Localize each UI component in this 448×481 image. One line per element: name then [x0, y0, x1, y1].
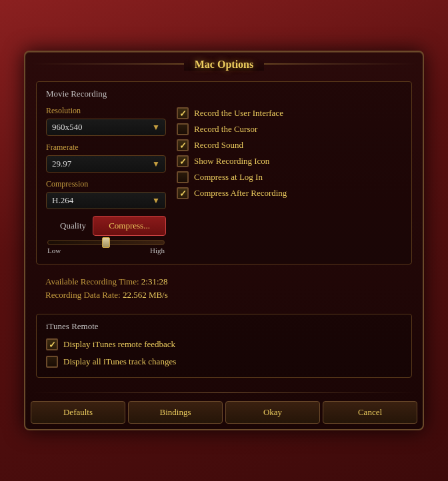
dialog: Mac Options Movie Recording Resolution 9…	[24, 51, 424, 430]
movie-recording-section: Movie Recording Resolution 960x540 ▼ Fra…	[36, 81, 412, 264]
compression-arrow-icon: ▼	[152, 196, 160, 206]
stats-section: Available Recording Time: 2:31:28 Record…	[36, 271, 412, 308]
itunes-remote-section: iTunes Remote Display iTunes remote feed…	[36, 314, 412, 378]
framerate-arrow-icon: ▼	[152, 159, 160, 169]
quality-slider-thumb[interactable]	[102, 237, 110, 248]
available-time-label: Available Recording Time:	[45, 276, 139, 286]
data-rate-row: Recording Data Rate: 22.562 MB/s	[45, 290, 403, 300]
checkbox-show-icon[interactable]	[177, 155, 189, 167]
compress-button[interactable]: Compress...	[93, 216, 166, 236]
main-columns: Resolution 960x540 ▼ Framerate 29.97 ▼	[46, 106, 402, 254]
checkbox-row-record-cursor: Record the Cursor	[177, 123, 402, 135]
quality-slider-track[interactable]	[47, 240, 165, 245]
left-col: Resolution 960x540 ▼ Framerate 29.97 ▼	[46, 106, 166, 254]
checkbox-label-show-icon: Show Recording Icon	[194, 156, 269, 167]
defaults-button[interactable]: Defaults	[31, 401, 125, 424]
checkbox-compress-login[interactable]	[177, 171, 189, 183]
quality-row: Quality Compress...	[46, 216, 166, 236]
resolution-dropdown[interactable]: 960x540 ▼	[46, 119, 166, 136]
framerate-label: Framerate	[46, 143, 166, 153]
checkbox-itunes-track[interactable]	[46, 356, 58, 368]
title-bar: Mac Options	[25, 52, 423, 76]
checkbox-row-show-icon: Show Recording Icon	[177, 155, 402, 167]
checkbox-label-record-sound: Record Sound	[194, 140, 243, 151]
resolution-arrow-icon: ▼	[152, 123, 160, 133]
right-col: Record the User Interface Record the Cur…	[177, 106, 402, 254]
cancel-button[interactable]: Cancel	[323, 401, 417, 424]
checkbox-record-cursor[interactable]	[177, 123, 189, 135]
checkbox-label-compress-after: Compress After Recording	[194, 188, 287, 199]
slider-low-label: Low	[47, 246, 61, 254]
dialog-title: Mac Options	[184, 59, 264, 71]
slider-high-label: High	[150, 246, 165, 254]
available-time-row: Available Recording Time: 2:31:28	[45, 276, 403, 287]
checkbox-label-itunes-feedback: Display iTunes remote feedback	[63, 339, 175, 350]
checkbox-record-ui[interactable]	[177, 107, 189, 119]
checkbox-row-record-sound: Record Sound	[177, 139, 402, 151]
dialog-content: Movie Recording Resolution 960x540 ▼ Fra…	[25, 76, 423, 392]
quality-label: Quality	[46, 221, 86, 231]
checkbox-compress-after[interactable]	[177, 187, 189, 199]
framerate-value: 29.97	[52, 159, 71, 169]
framerate-dropdown[interactable]: 29.97 ▼	[46, 155, 166, 173]
checkbox-label-itunes-track: Display all iTunes track changes	[63, 356, 176, 367]
quality-section: Quality Compress... Low High	[46, 216, 166, 254]
checkbox-record-sound[interactable]	[177, 139, 189, 151]
resolution-group: Resolution 960x540 ▼	[46, 106, 166, 136]
framerate-group: Framerate 29.97 ▼	[46, 143, 166, 173]
checkbox-label-record-cursor: Record the Cursor	[194, 124, 257, 135]
checkbox-row-compress-login: Compress at Log In	[177, 171, 402, 183]
quality-slider-container: Low High	[46, 240, 166, 254]
checkbox-label-compress-login: Compress at Log In	[194, 172, 263, 183]
resolution-label: Resolution	[46, 106, 166, 116]
button-row: Defaults Bindings Okay Cancel	[25, 398, 423, 429]
compression-label: Compression	[46, 179, 166, 189]
available-time-value: 2:31:28	[141, 276, 168, 286]
compression-group: Compression H.264 ▼	[46, 179, 166, 209]
checkbox-row-itunes-track: Display all iTunes track changes	[46, 356, 402, 368]
checkbox-row-itunes-feedback: Display iTunes remote feedback	[46, 338, 402, 350]
checkbox-label-record-ui: Record the User Interface	[194, 108, 283, 119]
compression-dropdown[interactable]: H.264 ▼	[46, 192, 166, 209]
checkbox-itunes-feedback[interactable]	[46, 338, 58, 350]
itunes-remote-label: iTunes Remote	[46, 321, 402, 332]
data-rate-value: 22.562 MB/s	[123, 290, 168, 300]
data-rate-label: Recording Data Rate:	[45, 290, 121, 300]
compression-value: H.264	[52, 195, 73, 206]
divider	[31, 392, 417, 393]
bindings-button[interactable]: Bindings	[128, 401, 223, 424]
checkbox-row-compress-after: Compress After Recording	[177, 187, 402, 199]
okay-button[interactable]: Okay	[225, 401, 320, 424]
checkbox-row-record-ui: Record the User Interface	[177, 107, 402, 119]
resolution-value: 960x540	[52, 122, 83, 133]
movie-recording-label: Movie Recording	[46, 89, 402, 99]
